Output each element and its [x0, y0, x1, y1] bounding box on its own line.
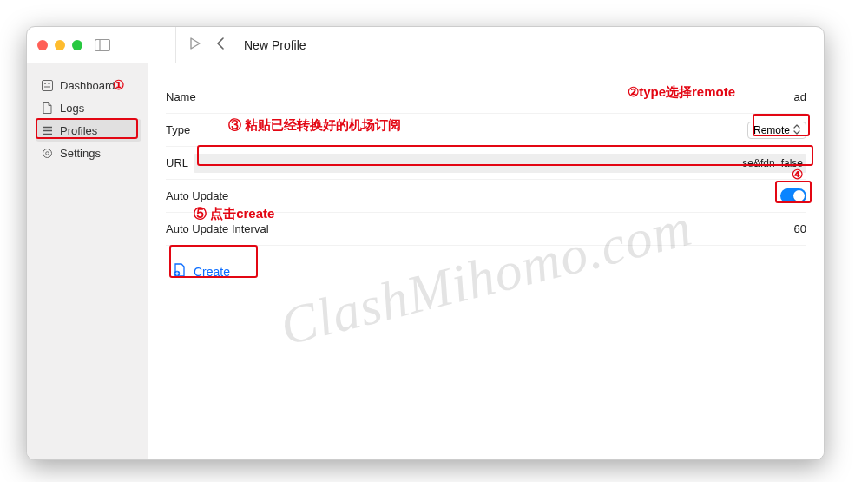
type-label: Type — [166, 123, 190, 136]
sidebar-label: Logs — [60, 102, 84, 115]
profiles-icon — [41, 126, 53, 135]
sidebar: Dashboard Logs Profiles Settings — [27, 63, 148, 459]
svg-point-10 — [45, 151, 49, 155]
row-auto-update: Auto Update — [166, 180, 806, 213]
row-interval: Auto Update Interval 60 — [166, 213, 806, 246]
sidebar-item-logs[interactable]: Logs — [36, 96, 141, 119]
logs-icon — [41, 102, 53, 114]
maximize-window-icon[interactable] — [72, 40, 82, 50]
row-url: URL se&fdn=false — [166, 147, 806, 180]
create-button[interactable]: Create — [166, 254, 237, 288]
row-type: Type Remote — [166, 114, 806, 147]
gear-icon — [41, 148, 53, 159]
app-window: New Profile Dashboard Logs Profiles Sett… — [26, 26, 825, 460]
auto-update-toggle[interactable] — [780, 188, 806, 203]
svg-rect-2 — [42, 80, 52, 90]
back-icon[interactable] — [216, 37, 225, 53]
svg-point-3 — [44, 83, 46, 84]
sidebar-item-dashboard[interactable]: Dashboard — [36, 74, 141, 96]
sidebar-label: Settings — [60, 147, 101, 160]
url-label: URL — [166, 156, 188, 169]
name-label: Name — [166, 90, 196, 103]
sidebar-item-profiles[interactable]: Profiles — [36, 119, 141, 142]
traffic-lights — [37, 40, 82, 50]
sidebar-label: Dashboard — [60, 79, 115, 92]
minimize-window-icon[interactable] — [55, 40, 65, 50]
titlebar: New Profile — [27, 27, 824, 63]
main-content: Name ad Type Remote URL se&fdn=false — [148, 63, 824, 459]
page-title: New Profile — [244, 38, 306, 52]
interval-field[interactable]: 60 — [794, 222, 806, 235]
sidebar-toggle-icon[interactable] — [95, 39, 110, 51]
sidebar-item-settings[interactable]: Settings — [36, 142, 141, 164]
type-select[interactable]: Remote — [747, 122, 806, 139]
dashboard-icon — [41, 80, 53, 91]
auto-update-label: Auto Update — [166, 189, 228, 202]
row-name: Name ad — [166, 81, 806, 114]
svg-rect-0 — [95, 39, 110, 50]
chevron-updown-icon — [793, 124, 800, 136]
url-field[interactable]: se&fdn=false — [194, 154, 806, 173]
interval-label: Auto Update Interval — [166, 222, 269, 235]
svg-point-9 — [43, 149, 51, 157]
name-field[interactable]: ad — [794, 90, 806, 103]
sidebar-label: Profiles — [60, 124, 97, 137]
close-window-icon[interactable] — [37, 40, 48, 50]
create-icon — [173, 263, 187, 280]
play-icon[interactable] — [190, 37, 201, 53]
